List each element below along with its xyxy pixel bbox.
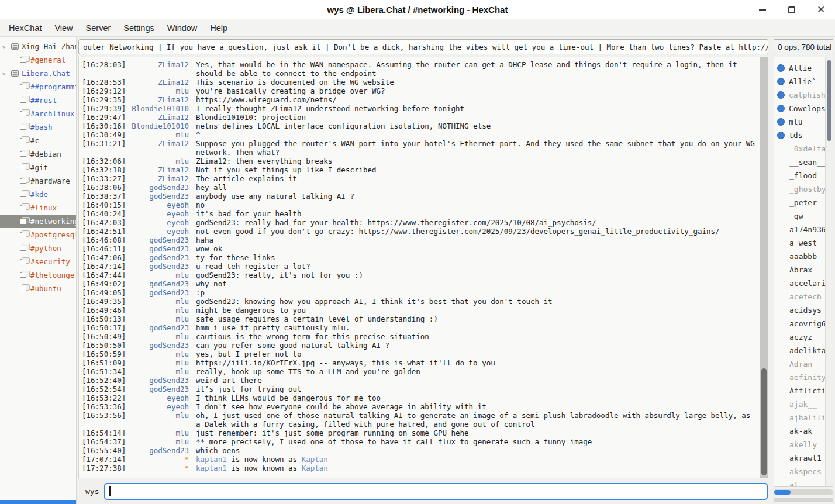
expander-icon[interactable]: ▽ [2,44,11,50]
tree-item--postgresql[interactable]: #postgresql [0,228,76,241]
message-nick[interactable]: godSend23 [129,244,192,253]
message-nick[interactable]: ZLima12 [129,174,192,183]
user-item-affliction[interactable]: Affliction [774,384,825,398]
message-nick[interactable]: Blondie101010 [129,104,192,113]
menu-window[interactable]: Window [161,21,204,35]
message-nick[interactable]: godSend23 [129,192,192,201]
user-item-adran[interactable]: Adran [774,357,825,371]
close-button[interactable]: ✕ [816,5,826,15]
menu-server[interactable]: Server [80,21,118,35]
message-nick[interactable]: godSend23 [129,341,192,350]
user-item--sean-[interactable]: __sean__ [774,156,825,169]
user-item-adeliktas[interactable]: adeliktas [774,344,825,357]
tree-horizontal-scrollbar[interactable] [0,500,76,504]
user-item--peter[interactable]: _peter [774,196,825,209]
message-nick[interactable]: eyeoh [129,218,192,227]
message-nick[interactable]: ZLima12 [129,165,192,174]
tree-item-xing-hai-zhan[interactable]: ▽Xing-Hai-Zhan [0,40,76,53]
message-nick[interactable]: mlu [129,130,192,139]
userlist-horizontal-scrollbar[interactable] [774,489,833,495]
message-nick[interactable]: eyeoh [129,201,192,209]
tree-item--networking[interactable]: #networking [0,215,76,228]
message-nick[interactable]: mlu [129,306,192,315]
message-nick[interactable]: godSend23 [129,376,192,385]
message-nick[interactable]: ZLima12 [129,95,192,104]
tree-item--security[interactable]: #security [0,255,76,268]
user-item-a-west[interactable]: a_west [774,236,825,250]
message-nick[interactable]: godSend23 [129,385,192,393]
user-item-akspecs[interactable]: akspecs [774,465,825,478]
user-item-catphish[interactable]: catphish [774,88,825,102]
message-nick[interactable]: godSend23 [129,236,192,244]
userlist-hscrollbar-thumb[interactable] [774,490,791,495]
user-item-ak-ak[interactable]: ak-ak [774,424,825,438]
user-item-aefinity[interactable]: aefinity [774,371,825,384]
message-nick[interactable]: mlu [129,315,192,323]
tree-item--git[interactable]: #git [0,161,76,174]
tree-item--linux[interactable]: #linux [0,201,76,215]
user-item-ajak-[interactable]: ajak__ [774,398,825,411]
tree-item--python[interactable]: #python [0,241,76,255]
message-nick[interactable]: eyeoh [129,227,192,236]
user-item-accelario[interactable]: accelario [774,277,825,290]
message-nick[interactable]: godSend23 [129,323,192,332]
menu-view[interactable]: View [48,21,79,35]
message-nick[interactable]: godSend23 [129,279,192,288]
tree-item--c[interactable]: #c [0,134,76,147]
message-input[interactable] [104,483,768,500]
tree-item--thelounge[interactable]: #thelounge [0,268,76,282]
tree-item--general[interactable]: #general [0,53,76,67]
message-nick[interactable]: ZLima12 [129,78,192,87]
tree-item--debian[interactable]: #debian [0,147,76,161]
message-nick[interactable]: mlu [129,350,192,358]
tree-item--hardware[interactable]: #hardware [0,174,76,188]
message-nick[interactable]: mlu [129,297,192,306]
message-nick[interactable]: ZLima12 [129,139,192,157]
message-nick[interactable]: godSend23 [129,183,192,192]
tree-item--ubuntu[interactable]: #ubuntu [0,282,76,295]
message-nick[interactable]: mlu [129,271,192,279]
user-item-allie-[interactable]: Allie` [774,75,825,88]
tree-item--kde[interactable]: #kde [0,188,76,201]
user-item-ajhalili2[interactable]: ajhalili2 [774,411,825,424]
user-item--0xdelta[interactable]: _0xdelta [774,142,825,156]
tree-item--rust[interactable]: ##rust [0,94,76,107]
menu-hexchat[interactable]: HexChat [2,21,48,35]
minimize-button[interactable] [758,5,767,15]
message-nick[interactable]: mlu [129,332,192,341]
user-item-acidsys[interactable]: acidsys [774,303,825,317]
user-item-aczyz[interactable]: aczyz [774,330,825,344]
tree-item--programming[interactable]: ##programming [0,80,76,94]
expander-icon[interactable]: ▽ [2,71,11,77]
tree-item--bash[interactable]: #bash [0,120,76,134]
message-nick[interactable]: mlu [129,411,192,429]
message-nick[interactable]: mlu [129,157,192,165]
message-nick[interactable]: mlu [129,367,192,376]
user-item-acovrig60[interactable]: acovrig60 [774,317,825,330]
message-nick[interactable]: godSend23 [129,446,192,455]
userlist-scrollbar-thumb[interactable] [827,60,831,141]
message-nick[interactable]: mlu [129,429,192,437]
message-nick[interactable]: Blondie101010 [129,122,192,130]
message-nick[interactable]: mlu [129,358,192,367]
message-nick[interactable]: godSend23 [129,288,192,297]
message-nick[interactable]: eyeoh [129,393,192,402]
userlist-vertical-scrollbar[interactable] [825,57,833,486]
maximize-button[interactable] [787,5,796,15]
message-nick[interactable]: eyeoh [129,402,192,411]
user-item-akrawt1[interactable]: akrawt1 [774,451,825,465]
user-item-akelly[interactable]: akelly [774,438,825,451]
chat-scrollbar-thumb[interactable] [761,368,767,475]
message-nick[interactable]: godSend23 [129,253,192,262]
message-nick[interactable]: mlu [129,87,192,95]
menu-help[interactable]: Help [203,21,234,35]
user-item-a174n936[interactable]: a174n936 [774,223,825,236]
user-item-aaabbb[interactable]: aaabbb [774,250,825,263]
message-nick[interactable]: ZLima12 [129,60,192,78]
topic-bar[interactable]: outer Networking | If you have a questio… [78,39,768,54]
user-item-abrax[interactable]: Abrax [774,263,825,277]
user-item-al[interactable]: al [774,478,825,486]
message-nick[interactable]: godSend23 [129,262,192,271]
user-item--flood[interactable]: _flood [774,169,825,182]
chat-vertical-scrollbar[interactable] [760,57,768,478]
